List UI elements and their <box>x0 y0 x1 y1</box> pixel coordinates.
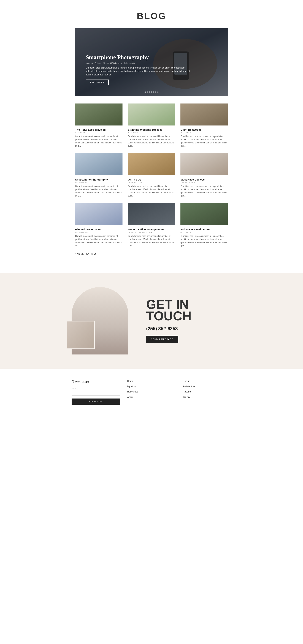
blog-card[interactable]: Smartphone Photography TECHNOLOGY Curabi… <box>75 153 123 198</box>
blog-grid-section: The Road Less Traveled OUTDOOR Curabitur… <box>72 103 231 273</box>
footer-nav-link[interactable]: Architecture <box>183 385 195 388</box>
slider-dots <box>145 92 159 93</box>
blog-card-image <box>180 103 228 126</box>
blog-card[interactable]: The Road Less Traveled OUTDOOR Curabitur… <box>75 103 123 148</box>
contact-section: GET IN TOUCH (255) 352-6258 SEND A MESSA… <box>0 273 303 369</box>
footer-nav-link[interactable]: Home <box>127 380 133 382</box>
blog-card[interactable]: Minimal Deskspaces TECHNOLOGY Curabitur … <box>75 203 123 247</box>
blog-card-image <box>180 203 228 226</box>
slider-dot-6[interactable] <box>155 92 156 93</box>
contact-text: GET IN TOUCH (255) 352-6258 SEND A MESSA… <box>146 299 231 343</box>
slider-dot-2[interactable] <box>147 92 148 93</box>
blog-card-title: Must Have Devices <box>180 178 228 181</box>
svg-rect-8 <box>128 153 175 176</box>
svg-rect-6 <box>180 104 228 126</box>
hero-read-more-button[interactable]: READ MORE <box>86 80 109 85</box>
contact-send-message-button[interactable]: SEND A MESSAGE <box>146 336 178 343</box>
footer-email-input[interactable] <box>72 391 120 396</box>
footer-nav-link[interactable]: About <box>127 396 133 398</box>
footer-newsletter: Newsletter Email SUBSCRIBE <box>72 379 120 405</box>
slider-dot-4[interactable] <box>151 92 152 93</box>
footer-nav-link[interactable]: My story <box>127 385 136 388</box>
hero-meta: by etdev | February 12, 2018 | Technolog… <box>86 62 192 64</box>
blog-card-title: Smartphone Photography <box>75 178 123 181</box>
blog-card[interactable]: Modern Office Arrangements DESIGN, TECHN… <box>128 203 175 247</box>
blog-card-excerpt: Curabitur arcu erat, accumsan id imperdi… <box>180 135 228 148</box>
blog-card-title: Giant Redwoods <box>180 128 228 131</box>
footer-nav-item: My story <box>127 385 176 388</box>
footer-email-label: Email <box>72 388 120 390</box>
slider-dot-1[interactable] <box>145 92 146 93</box>
footer-nav-link[interactable]: Resume <box>183 390 191 393</box>
blog-card[interactable]: Giant Redwoods OUTDOOR Curabitur arcu er… <box>180 103 228 148</box>
blog-card[interactable]: On The Go TECHNOLOGY Curabitur arcu erat… <box>128 153 175 198</box>
footer-nav-link[interactable]: Design <box>183 380 190 382</box>
footer-nav-list-1: HomeMy storyResourcesAbout <box>127 379 176 398</box>
footer-nav-1: HomeMy storyResourcesAbout <box>127 379 176 405</box>
blog-card-excerpt: Curabitur arcu erat, accumsan id imperdi… <box>128 234 175 247</box>
blog-card-category: TECHNOLOGY <box>75 182 123 184</box>
blog-card-excerpt: Curabitur arcu erat, accumsan id imperdi… <box>75 184 123 198</box>
footer-nav-item: Resume <box>183 390 231 393</box>
footer-nav-item: Gallery <box>183 395 231 398</box>
blog-card-category: OUTDOOR <box>75 132 123 134</box>
blog-card-category: TECHNOLOGY <box>75 232 123 234</box>
footer-nav-item: Design <box>183 379 231 382</box>
blog-card-excerpt: Curabitur arcu erat, accumsan id imperdi… <box>75 234 123 247</box>
blog-row-2: Smartphone Photography TECHNOLOGY Curabi… <box>75 153 228 198</box>
blog-card-excerpt: Curabitur arcu erat, accumsan id imperdi… <box>128 184 175 198</box>
older-entries-link[interactable]: » OLDER ENTRIES <box>75 252 228 255</box>
footer-nav-link[interactable]: Resources <box>127 390 138 393</box>
blog-card-title: Fall Travel Destinations <box>180 228 228 231</box>
blog-card-category: OUTDOOR <box>180 132 228 134</box>
blog-card-image <box>128 103 175 126</box>
footer-nav-item: Home <box>127 379 176 382</box>
slider-dot-5[interactable] <box>153 92 154 93</box>
blog-card-category: TECHNOLOGY <box>128 182 175 184</box>
svg-rect-7 <box>75 153 123 176</box>
blog-card[interactable]: Stunning Wedding Dresses WEDDING Curabit… <box>128 103 175 148</box>
footer-subscribe-button[interactable]: SUBSCRIBE <box>72 398 120 405</box>
blog-row-3: Minimal Deskspaces TECHNOLOGY Curabitur … <box>75 203 228 247</box>
svg-rect-9 <box>180 153 228 176</box>
blog-card-category: DESIGN, TECHNOLOGY <box>128 232 175 234</box>
blog-card-image <box>75 203 123 226</box>
contact-inner: GET IN TOUCH (255) 352-6258 SEND A MESSA… <box>72 287 231 354</box>
blog-card-title: Modern Office Arrangements <box>128 228 175 231</box>
blog-card[interactable]: Fall Travel Destinations OUTDOOR Curabit… <box>180 203 228 247</box>
footer-nav-item: Resources <box>127 390 176 393</box>
page-title: BLOG <box>4 11 299 21</box>
blog-card-excerpt: Curabitur arcu erat, accumsan id imperdi… <box>180 184 228 198</box>
blog-card-title: The Road Less Traveled <box>75 128 123 131</box>
contact-inset-image <box>66 321 95 349</box>
blog-card-category: WEDDING <box>128 132 175 134</box>
blog-card-excerpt: Curabitur arcu erat, accumsan id imperdi… <box>180 234 228 247</box>
footer-inner: Newsletter Email SUBSCRIBE HomeMy storyR… <box>72 379 231 405</box>
svg-rect-10 <box>75 203 123 225</box>
blog-card-image <box>75 153 123 176</box>
slider-dot-3[interactable] <box>149 92 150 93</box>
blog-card-image <box>180 153 228 176</box>
footer-nav-item: About <box>127 395 176 398</box>
footer-nav-item: Architecture <box>183 385 231 388</box>
blog-card-category: TECHNOLOGY <box>180 182 228 184</box>
svg-rect-12 <box>180 203 228 225</box>
blog-card-title: Minimal Deskspaces <box>75 228 123 231</box>
footer-nav-2: DesignArchitectureResumeGallery <box>183 379 231 405</box>
contact-image-wrap <box>72 287 136 354</box>
blog-row-1: The Road Less Traveled OUTDOOR Curabitur… <box>75 103 228 148</box>
hero-excerpt: Curabitur arcu erat, accumsan id imperdi… <box>86 66 192 76</box>
blog-card-category: OUTDOOR <box>180 232 228 234</box>
footer: Newsletter Email SUBSCRIBE HomeMy storyR… <box>0 369 303 412</box>
footer-nav-link[interactable]: Gallery <box>183 396 190 398</box>
hero-slider: Smartphone Photography by etdev | Februa… <box>75 28 228 96</box>
slider-dot-7[interactable] <box>157 92 159 93</box>
blog-card-image <box>128 153 175 176</box>
blog-card[interactable]: Must Have Devices TECHNOLOGY Curabitur a… <box>180 153 228 198</box>
blog-card-title: Stunning Wedding Dresses <box>128 128 175 131</box>
blog-card-excerpt: Curabitur arcu erat, accumsan id imperdi… <box>75 135 123 148</box>
hero-content: Smartphone Photography by etdev | Februa… <box>86 54 192 85</box>
blog-card-title: On The Go <box>128 178 175 181</box>
svg-rect-4 <box>75 104 123 126</box>
svg-rect-11 <box>128 203 175 225</box>
